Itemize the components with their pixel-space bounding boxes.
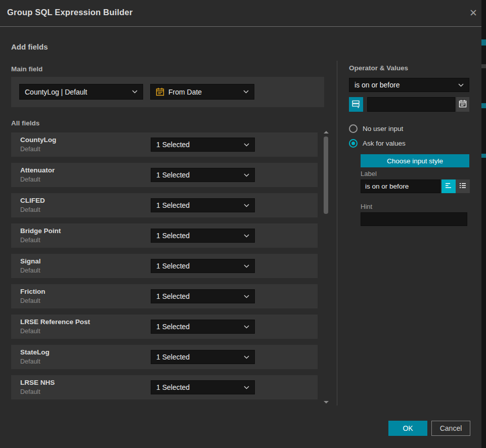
add-fields-heading: Add fields <box>11 42 48 51</box>
label-field-label: Label <box>361 170 377 177</box>
field-selection-dropdown[interactable]: 1 Selected <box>151 259 255 273</box>
chevron-down-icon <box>243 90 249 94</box>
field-row-statelog: StateLog Default 1 Selected <box>11 345 318 369</box>
field-selection-dropdown[interactable]: 1 Selected <box>151 168 255 182</box>
field-name: Friction <box>20 288 46 295</box>
calendar-icon <box>459 100 467 110</box>
radio-ask-for-values[interactable]: Ask for values <box>349 139 406 148</box>
radio-icon <box>349 124 358 133</box>
close-icon: ✕ <box>469 7 477 19</box>
scrollbar-up-arrow[interactable] <box>324 131 329 133</box>
field-subtitle: Default <box>20 267 40 274</box>
field-subtitle: Default <box>20 297 40 304</box>
chevron-down-icon <box>244 204 249 207</box>
scrollbar-thumb[interactable] <box>324 137 328 214</box>
background-fragment <box>481 103 486 108</box>
main-date-field-select[interactable]: From Date <box>150 84 254 100</box>
choose-input-style-button[interactable]: Choose input style <box>361 154 469 167</box>
label-input[interactable] <box>361 180 440 193</box>
all-fields-heading: All fields <box>11 119 39 127</box>
field-selection-dropdown[interactable]: 1 Selected <box>151 289 255 303</box>
chevron-down-icon <box>244 234 249 238</box>
main-layer-select-value: CountyLog | Default <box>25 88 128 96</box>
field-name: CLIFED <box>20 197 45 204</box>
selection-count: 1 Selected <box>156 323 240 331</box>
field-name: Attenuator <box>20 166 55 174</box>
field-subtitle: Default <box>20 176 40 183</box>
selection-count: 1 Selected <box>156 201 240 209</box>
field-name: LRSE NHS <box>20 379 55 386</box>
field-selection-dropdown[interactable]: 1 Selected <box>151 350 255 364</box>
selection-count: 1 Selected <box>156 292 240 300</box>
group-sql-expression-builder-dialog: Group SQL Expression Builder ✕ Add field… <box>0 0 481 448</box>
calendar-date-icon <box>156 87 164 96</box>
field-selection-dropdown[interactable]: 1 Selected <box>151 380 255 394</box>
field-name: Bridge Point <box>20 227 61 235</box>
chevron-down-icon <box>244 295 249 298</box>
chevron-down-icon <box>244 143 249 147</box>
panel-divider <box>337 61 337 406</box>
background-fragment <box>481 39 486 46</box>
field-row-clifed: CLIFED Default 1 Selected <box>11 193 318 217</box>
selection-count: 1 Selected <box>156 353 240 361</box>
field-row-signal: Signal Default 1 Selected <box>11 254 318 278</box>
field-row-countylog: CountyLog Default 1 Selected <box>11 132 318 157</box>
chevron-down-icon <box>244 325 249 329</box>
selection-count: 1 Selected <box>156 232 240 240</box>
hint-input[interactable] <box>361 212 467 226</box>
main-layer-select[interactable]: CountyLog | Default <box>19 84 143 100</box>
screen: Group SQL Expression Builder ✕ Add field… <box>0 0 486 448</box>
cancel-button[interactable]: Cancel <box>431 421 470 436</box>
chevron-down-icon <box>132 90 138 94</box>
bulleted-list-icon <box>459 182 467 192</box>
operator-select[interactable]: is on or before <box>349 78 469 92</box>
field-selection-dropdown[interactable]: 1 Selected <box>151 229 255 243</box>
field-selection-dropdown[interactable]: 1 Selected <box>151 320 255 334</box>
date-picker-button[interactable] <box>456 97 469 112</box>
operator-select-value: is on or before <box>355 81 454 89</box>
value-input-type-button[interactable] <box>349 97 363 112</box>
field-row-friction: Friction Default 1 Selected <box>11 284 318 308</box>
hint-field-label: Hint <box>361 203 372 210</box>
field-name: StateLog <box>20 348 50 356</box>
radio-label: Ask for values <box>363 140 406 147</box>
field-subtitle: Default <box>20 388 40 395</box>
chevron-down-icon <box>244 386 249 389</box>
field-subtitle: Default <box>20 206 40 213</box>
ok-button[interactable]: OK <box>388 421 427 436</box>
background-fragment <box>481 64 486 68</box>
radio-no-user-input[interactable]: No user input <box>349 124 403 133</box>
date-value-input[interactable] <box>367 97 455 112</box>
titlebar-divider <box>0 26 481 27</box>
main-field-panel: CountyLog | Default From Date <box>11 77 324 107</box>
field-name: CountyLog <box>20 136 56 144</box>
field-subtitle: Default <box>20 358 40 365</box>
chevron-down-icon <box>244 264 249 268</box>
selection-count: 1 Selected <box>156 383 240 391</box>
list-style-button[interactable] <box>456 180 470 193</box>
scrollbar-down-arrow[interactable] <box>324 401 329 404</box>
background-app-strip <box>481 0 486 448</box>
field-subtitle: Default <box>20 146 40 153</box>
field-row-lrse-nhs: LRSE NHS Default 1 Selected <box>11 375 318 399</box>
field-subtitle: Default <box>20 237 40 244</box>
chevron-down-icon <box>244 355 249 359</box>
selection-count: 1 Selected <box>156 141 240 149</box>
chevron-down-icon <box>244 173 249 177</box>
radio-selected-icon <box>349 139 358 148</box>
field-selection-dropdown[interactable]: 1 Selected <box>151 198 255 212</box>
dialog-title: Group SQL Expression Builder <box>7 8 132 17</box>
align-left-icon <box>445 182 453 192</box>
chevron-down-icon <box>458 83 464 87</box>
radio-label: No user input <box>363 125 403 132</box>
single-line-style-button[interactable] <box>441 180 456 193</box>
close-button[interactable]: ✕ <box>466 6 480 20</box>
selection-count: 1 Selected <box>156 171 240 179</box>
field-selection-dropdown[interactable]: 1 Selected <box>151 138 255 152</box>
main-date-field-select-value: From Date <box>168 88 239 96</box>
field-name: LRSE Reference Post <box>20 318 90 326</box>
dialog-titlebar: Group SQL Expression Builder ✕ <box>0 0 481 26</box>
field-row-lrse-reference-post: LRSE Reference Post Default 1 Selected <box>11 315 318 339</box>
selection-count: 1 Selected <box>156 262 240 270</box>
stacked-fields-icon <box>351 99 361 110</box>
